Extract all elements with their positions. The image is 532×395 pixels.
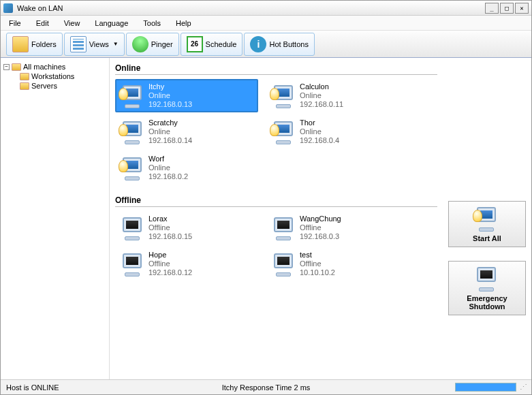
tree-item-label: Workstations bbox=[31, 72, 74, 80]
toolbar: Folders Views ▼ Pinger 26 Schedule i Hot… bbox=[1, 31, 531, 58]
window-title: Wake on LAN bbox=[17, 4, 484, 12]
machine-item[interactable]: WangChungOffline192.168.0.3 bbox=[266, 211, 409, 244]
folder-icon bbox=[20, 73, 29, 80]
machine-name: Itchy bbox=[148, 82, 192, 91]
folders-button[interactable]: Folders bbox=[6, 33, 63, 56]
emergency-shutdown-button[interactable]: Emergency Shutdown bbox=[448, 261, 526, 315]
machine-status: Online bbox=[300, 127, 339, 136]
menu-edit[interactable]: Edit bbox=[36, 19, 49, 27]
monitor-on-icon bbox=[270, 84, 296, 108]
machine-ip: 192.168.0.15 bbox=[148, 232, 192, 241]
hot-buttons-button[interactable]: i Hot Buttons bbox=[244, 33, 314, 56]
machine-status: Online bbox=[300, 91, 343, 100]
machine-item[interactable]: LoraxOffline192.168.0.15 bbox=[115, 211, 258, 244]
tree-item-workstations[interactable]: Workstations bbox=[3, 72, 106, 81]
monitor-off-icon bbox=[270, 216, 296, 240]
menu-tools[interactable]: Tools bbox=[143, 19, 161, 27]
machine-status: Offline bbox=[148, 223, 192, 232]
app-icon bbox=[3, 3, 13, 13]
status-center: Itchy Response Time 2 ms bbox=[222, 383, 311, 392]
menu-view[interactable]: View bbox=[64, 19, 80, 27]
machine-status: Offline bbox=[148, 259, 192, 268]
pinger-button[interactable]: Pinger bbox=[126, 33, 179, 56]
hot-buttons-label: Hot Buttons bbox=[269, 40, 308, 48]
titlebar: Wake on LAN _ □ ✕ bbox=[1, 1, 531, 16]
schedule-button[interactable]: 26 Schedule bbox=[181, 33, 243, 56]
machine-item[interactable]: HopeOffline192.168.0.12 bbox=[115, 247, 258, 281]
emergency-shutdown-label: Emergency Shutdown bbox=[452, 294, 522, 311]
machine-item[interactable]: CalculonOnline192.168.0.11 bbox=[266, 79, 409, 112]
views-icon bbox=[70, 36, 87, 52]
machine-ip: 10.10.10.2 bbox=[300, 268, 335, 277]
views-label: Views bbox=[89, 40, 109, 48]
pinger-label: Pinger bbox=[151, 40, 173, 48]
machine-ip: 192.168.0.3 bbox=[300, 232, 341, 241]
monitor-on-icon bbox=[119, 120, 144, 144]
folder-icon bbox=[12, 36, 29, 52]
monitor-off-icon bbox=[473, 266, 501, 291]
machine-item[interactable]: WorfOnline192.168.0.2 bbox=[115, 151, 258, 185]
machine-name: WangChung bbox=[300, 215, 341, 223]
menubar: File Edit View Language Tools Help bbox=[1, 16, 531, 31]
monitor-off-icon bbox=[119, 252, 144, 276]
group-header: Online bbox=[115, 62, 437, 75]
collapse-icon[interactable]: − bbox=[3, 64, 10, 70]
close-button[interactable]: ✕ bbox=[515, 3, 529, 14]
machine-name: Worf bbox=[148, 155, 188, 163]
start-all-label: Start All bbox=[452, 234, 522, 242]
machine-item[interactable]: ScratchyOnline192.168.0.14 bbox=[115, 115, 258, 148]
machine-ip: 192.168.0.4 bbox=[300, 136, 339, 145]
folders-label: Folders bbox=[31, 40, 57, 48]
tree-item-label: Servers bbox=[31, 82, 57, 90]
folder-tree: − All machines Workstations Servers bbox=[1, 58, 110, 379]
machine-name: Thor bbox=[300, 118, 339, 127]
menu-file[interactable]: File bbox=[9, 19, 21, 27]
machine-list: OnlineItchyOnline192.168.0.13CalculonOnl… bbox=[110, 58, 443, 379]
machine-name: Hope bbox=[148, 251, 192, 259]
resize-grip[interactable]: ⋰ bbox=[516, 383, 526, 392]
info-icon: i bbox=[250, 36, 266, 52]
monitor-on-icon bbox=[119, 156, 144, 180]
tree-root-label: All machines bbox=[23, 63, 65, 71]
monitor-off-icon bbox=[119, 216, 144, 240]
folder-icon bbox=[20, 82, 29, 90]
start-all-button[interactable]: Start All bbox=[448, 201, 526, 247]
views-button[interactable]: Views ▼ bbox=[64, 33, 125, 56]
machine-status: Offline bbox=[300, 259, 335, 268]
status-left: Host is ONLINE bbox=[6, 383, 59, 392]
machine-status: Offline bbox=[300, 223, 341, 232]
machine-name: Lorax bbox=[148, 215, 192, 223]
menu-language[interactable]: Language bbox=[95, 19, 128, 27]
tree-root[interactable]: − All machines bbox=[3, 62, 106, 72]
calendar-icon: 26 bbox=[187, 36, 203, 52]
group-header: Offline bbox=[115, 194, 437, 207]
machine-status: Online bbox=[148, 91, 192, 100]
maximize-button[interactable]: □ bbox=[500, 3, 514, 14]
machine-ip: 192.168.0.13 bbox=[148, 100, 192, 109]
statusbar: Host is ONLINE Itchy Response Time 2 ms … bbox=[1, 379, 531, 394]
monitor-bulb-icon bbox=[473, 206, 501, 232]
action-panel: Start All Emergency Shutdown bbox=[443, 58, 531, 379]
schedule-label: Schedule bbox=[206, 40, 237, 48]
content-area: − All machines Workstations Servers Onli… bbox=[1, 58, 531, 379]
monitor-on-icon bbox=[270, 120, 296, 144]
antenna-icon bbox=[132, 36, 148, 52]
machine-ip: 192.168.0.11 bbox=[300, 100, 343, 109]
tree-item-servers[interactable]: Servers bbox=[3, 81, 106, 91]
machine-status: Online bbox=[148, 127, 192, 136]
menu-help[interactable]: Help bbox=[176, 19, 191, 27]
machine-ip: 192.168.0.12 bbox=[148, 268, 192, 277]
machine-item[interactable]: ItchyOnline192.168.0.13 bbox=[115, 79, 258, 112]
chevron-down-icon: ▼ bbox=[113, 41, 119, 47]
machine-status: Online bbox=[148, 163, 188, 172]
monitor-on-icon bbox=[119, 84, 144, 108]
progress-bar bbox=[455, 383, 516, 392]
machine-ip: 192.168.0.2 bbox=[148, 172, 188, 181]
machine-ip: 192.168.0.14 bbox=[148, 136, 192, 145]
machine-item[interactable]: ThorOnline192.168.0.4 bbox=[266, 115, 409, 148]
machine-name: Calculon bbox=[300, 82, 343, 91]
monitor-off-icon bbox=[270, 252, 296, 276]
machine-name: test bbox=[300, 251, 335, 259]
minimize-button[interactable]: _ bbox=[485, 3, 499, 14]
machine-item[interactable]: testOffline10.10.10.2 bbox=[266, 247, 409, 281]
